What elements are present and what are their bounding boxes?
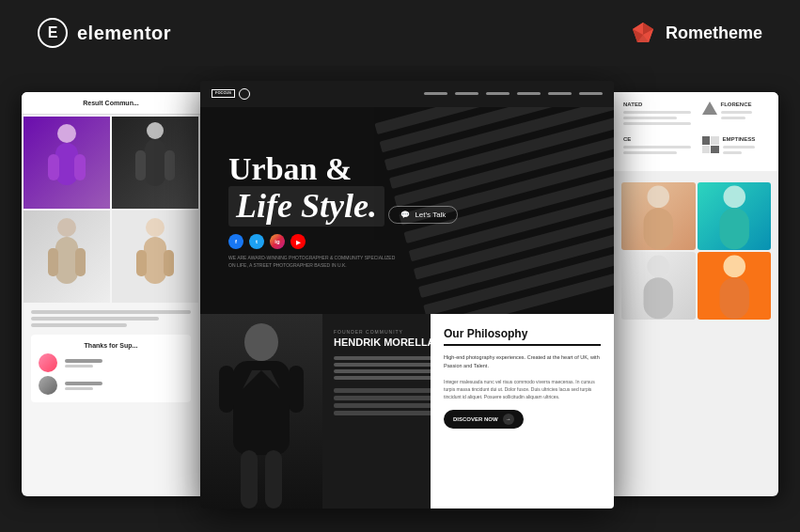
photo-cell-1 [24,117,110,209]
nav-links [424,92,603,95]
right-text-lines-3 [623,146,691,154]
philosophy-subtext: Integer malesuada nunc vel risus commodo… [444,378,601,400]
philosophy-text: High-end photography experiences. Create… [444,353,601,371]
left-photos-grid [22,115,200,303]
logo-box: FOCCUS [212,89,235,98]
hero-title-line2: Life Style. [228,186,384,227]
text-line [31,317,159,321]
avatar-row-2 [39,376,183,395]
text-line [31,323,127,327]
svg-point-0 [57,124,76,143]
right-col-3: CE [623,136,697,154]
svg-rect-20 [241,450,258,509]
right-col-4: EMPTINESS [697,136,770,154]
svg-rect-10 [48,248,58,276]
hero-content: Urban & Life Style. 💬 Let's Talk f t ig … [200,151,614,270]
text-line [723,146,756,149]
svg-rect-15 [164,250,174,276]
svg-rect-7 [165,150,175,180]
left-panel-bottom: Thanks for Sup... [22,303,200,410]
avatar-text-1 [65,359,102,368]
instagram-icon[interactable]: ig [270,234,285,249]
svg-rect-23 [289,366,304,413]
site-logo: FOCCUS [212,88,250,100]
lets-talk-label: Let's Talk [415,211,446,219]
svg-rect-27 [719,208,748,249]
svg-rect-31 [719,277,748,319]
svg-point-28 [647,256,669,278]
facebook-icon[interactable]: f [228,234,243,249]
site-nav: FOCCUS [200,81,614,107]
svg-rect-2 [48,154,59,180]
svg-point-24 [647,186,669,209]
lets-talk-button[interactable]: 💬 Let's Talk [388,206,458,224]
arrow-icon: → [503,414,514,425]
right-label-nated: NATED [623,102,691,107]
text-line [721,111,752,114]
main-container: E elementor Rometheme Result Commun... [0,0,800,532]
photo-grid-cell-2 [698,182,772,250]
svg-rect-3 [74,154,86,180]
svg-rect-22 [219,366,234,413]
left-panel-header: Result Commun... [22,92,200,115]
text-line [623,111,691,114]
nav-link [579,92,603,95]
florence-row: FLORENCE [702,102,770,119]
svg-rect-17 [233,361,290,455]
svg-point-30 [723,256,745,278]
avatar-row-1 [39,353,183,372]
top-bar: E elementor Rometheme [0,0,800,66]
right-panel: NATED FLORENCE [614,92,778,496]
logo-icon-small [239,88,250,100]
right-col-1: NATED [623,102,697,125]
avatar-text-2 [65,382,102,390]
preview-area: Result Commun... [0,66,800,532]
svg-rect-29 [644,277,673,319]
portrait-section: FOUNDER COMMUNITY HENDRIK MORELLA [200,314,614,509]
nav-link [517,92,541,95]
center-panel: FOCCUS [200,81,614,509]
right-col-2: FLORENCE [697,102,770,125]
text-line [623,117,677,119]
right-text-lines-1 [623,111,691,125]
svg-rect-14 [136,250,147,276]
discover-now-button[interactable]: DISCOVER NOW → [444,410,524,429]
text-line [623,146,691,149]
svg-point-4 [147,122,164,139]
text-line [723,151,743,154]
hero-section: Urban & Life Style. 💬 Let's Talk f t ig … [200,107,614,314]
testimonial-box: Thanks for Sup... [31,335,191,402]
youtube-icon[interactable]: ▶ [290,234,306,249]
svg-point-26 [723,186,745,209]
twitter-icon[interactable]: t [249,234,264,249]
photo-cell-2 [112,117,198,209]
text-line [721,117,745,119]
right-text-lines-4 [723,146,756,154]
photo-grid-cell-1 [621,182,696,250]
philosophy-heading: Our Philosophy [444,327,601,346]
photo-cell-3 [24,211,110,303]
nav-link [486,92,510,95]
svg-rect-5 [145,139,165,186]
triangle-icon [702,102,717,115]
right-label-ce: CE [623,136,691,142]
right-panel-top: NATED FLORENCE [614,92,778,171]
social-icons-row: f t ig ▶ [228,234,595,249]
avatar-sub-1 [65,365,93,368]
photo-cell-4 [112,211,198,303]
svg-rect-13 [144,237,166,284]
right-label-row-2: CE [623,136,769,154]
portrait-person [200,314,322,509]
testimonial-title: Thanks for Sup... [39,342,183,349]
svg-point-16 [244,323,278,361]
right-text-lines-2 [721,111,752,119]
left-panel: Result Commun... [22,92,200,496]
avatar-name-1 [65,359,102,363]
right-label-florence: FLORENCE [721,102,752,107]
rometheme-icon-svg [630,20,656,46]
avatar-2 [39,376,57,395]
photo-grid-cell-3 [621,252,696,320]
rometheme-logo: Rometheme [630,20,762,46]
small-text-lines [31,310,191,327]
avatar-1 [39,353,57,372]
